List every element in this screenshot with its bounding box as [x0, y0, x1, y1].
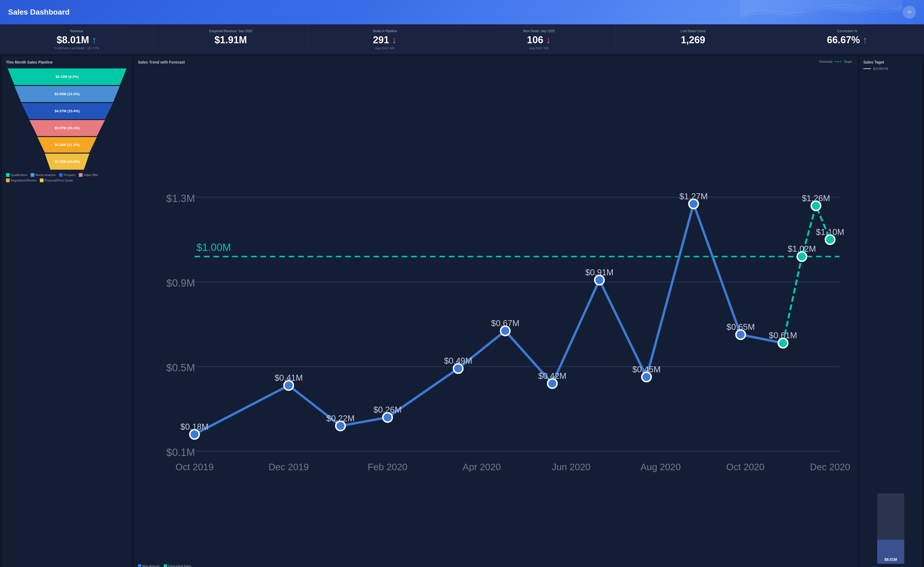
threshold-label: Threshold: [819, 60, 833, 63]
svg-text:$1.3M: $1.3M [166, 192, 195, 204]
svg-text:$0.67M: $0.67M [491, 318, 519, 328]
kpi-value-0: $8.01M ↑ [5, 34, 148, 45]
funnel-legend-label-4: Negotiation/Review [11, 179, 36, 182]
svg-text:Jun 2020: Jun 2020 [552, 462, 591, 472]
svg-text:$0.61M: $0.61M [769, 331, 797, 340]
forecasted-check: ✓ [164, 564, 167, 567]
forecasted-label: Forecasted Sales [168, 564, 191, 567]
funnel-legend-item-2: ✓Prospect [59, 173, 75, 177]
svg-text:$0.22M: $0.22M [327, 413, 355, 423]
kpi-card-2: Deals in Pipeline291 ↓Aug 2020: 445 [308, 25, 462, 54]
won-amount-label: Won Amount [142, 564, 160, 567]
svg-text:Dec 2019: Dec 2019 [268, 462, 309, 472]
kpi-label-3: Won Deals: Sep 2020 [468, 29, 610, 33]
kpi-sub-2: Aug 2020: 445 [314, 46, 456, 50]
target-current-value: $8.01M [885, 557, 897, 562]
kpi-label-5: Conversion % [776, 29, 919, 33]
funnel-legend-dot-5: ✓ [40, 178, 44, 182]
target-header: $23.8827M [863, 67, 918, 70]
svg-text:$0.49M: $0.49M [444, 356, 472, 366]
funnel-legend-item-0: ✓Qualification [6, 173, 27, 177]
kpi-card-1: Exepcted Revenue: Sep 2020$1.91M [154, 25, 307, 54]
funnel-legend-label-0: Qualification [11, 173, 27, 177]
logo-icon: ♾ [903, 6, 916, 19]
svg-text:$1.02M: $1.02M [788, 244, 816, 254]
dashboard-title: Sales Dashboard [8, 8, 69, 16]
chart-panel: Sales Trend with Forecast Threshold: Tar… [134, 56, 858, 567]
funnel-segment-3[interactable]: $5.97M (20.1%) [29, 120, 105, 136]
kpi-label-0: Revenue [5, 29, 148, 33]
kpi-value-5: 66.67% ↑ [776, 34, 919, 45]
funnel-legend-dot-2: ✓ [59, 173, 63, 177]
kpi-row: Revenue$8.01M ↑% Diff from Last Month : … [0, 24, 924, 54]
svg-text:$0.5M: $0.5M [166, 362, 195, 374]
svg-text:Dec 2020: Dec 2020 [810, 462, 850, 472]
svg-text:$1.10M: $1.10M [816, 227, 844, 237]
kpi-label-2: Deals in Pipeline [314, 29, 456, 33]
chart-title: Sales Trend with Forecast [138, 60, 854, 64]
svg-text:Oct 2019: Oct 2019 [175, 462, 214, 472]
forecasted-sales-legend: ✓ Forecasted Sales [164, 564, 191, 567]
won-amount-legend: ✓ Won Amount [138, 564, 160, 567]
kpi-sub-0: % Diff from Last Month : 107.27% [5, 46, 148, 50]
funnel-legend-label-1: Needs Analysis [35, 173, 56, 177]
kpi-value-4: 1,269 [622, 34, 764, 45]
svg-text:$0.42M: $0.42M [538, 371, 566, 381]
funnel-segment-0[interactable]: $2.43M (8.2%) [8, 68, 126, 85]
svg-text:$0.91M: $0.91M [585, 268, 613, 277]
kpi-sub-3: Aug 2020: 198 [468, 46, 610, 50]
funnel-legend-label-5: Proposal/Price Quote [45, 179, 73, 182]
kpi-value-3: 106 ↓ [468, 34, 610, 45]
funnel-legend-dot-0: ✓ [6, 173, 10, 177]
svg-text:$0.1M: $0.1M [166, 446, 195, 458]
target-bar-container: $8.01M [863, 71, 918, 567]
funnel-legend-dot-1: ✓ [30, 173, 35, 177]
won-amount-check: ✓ [138, 564, 141, 567]
target-panel: Sales Taget $23.8827M $8.01M [859, 56, 922, 567]
kpi-card-5: Conversion %66.67% ↑ [771, 25, 924, 54]
svg-text:$0.9M: $0.9M [166, 277, 195, 289]
svg-text:Oct 2020: Oct 2020 [726, 462, 764, 472]
funnel-segment-4[interactable]: $6.38M (21.5%) [38, 137, 97, 153]
funnel-legend-label-2: Prospect [64, 173, 75, 177]
funnel-legend-dot-3: ✓ [79, 173, 83, 177]
kpi-label-4: Lost Deals Count [622, 29, 764, 33]
target-line-indicator [863, 68, 871, 69]
funnel-legend-item-4: ✓Negotiation/Review [6, 178, 36, 182]
kpi-label-1: Exepcted Revenue: Sep 2020 [160, 29, 302, 33]
svg-text:$1.00M: $1.00M [197, 242, 231, 253]
threshold-legend: Threshold: Target [819, 60, 852, 63]
main-content: This Month Sales Pipeline $2.43M (8.2%)$… [0, 54, 924, 567]
funnel-legend-item-5: ✓Proposal/Price Quote [40, 178, 73, 182]
target-bar-outer: $8.01M [877, 494, 904, 564]
svg-text:$0.65M: $0.65M [727, 322, 755, 332]
kpi-value-1: $1.91M [160, 34, 302, 45]
funnel-title: This Month Sales Pipeline [6, 60, 128, 64]
funnel-segment-2[interactable]: $4.57M (15.4%) [21, 103, 113, 119]
funnel-legend-item-3: ✓Initial Offer [79, 173, 98, 177]
target-title: Sales Taget [863, 60, 918, 64]
header: Sales Dashboard ♾ [0, 0, 924, 24]
funnel-legend-item-1: ✓Needs Analysis [30, 173, 56, 177]
kpi-card-4: Lost Deals Count1,269 [616, 25, 770, 54]
chart-area: $0.1M $0.5M $0.9M $1.3M $1.00M Oct 2019 … [138, 67, 854, 562]
svg-text:Aug 2020: Aug 2020 [640, 462, 681, 472]
funnel-segment-5[interactable]: $7.31M (24.6%) [45, 154, 90, 170]
target-label: Target [844, 60, 852, 63]
target-line-value: $23.8827M [873, 67, 888, 70]
funnel-panel: This Month Sales Pipeline $2.43M (8.2%)$… [2, 56, 132, 567]
kpi-value-2: 291 ↓ [314, 34, 456, 45]
svg-text:Apr 2020: Apr 2020 [462, 462, 501, 472]
svg-text:$1.26M: $1.26M [802, 194, 830, 203]
svg-text:Feb 2020: Feb 2020 [367, 462, 407, 472]
svg-text:$1.27M: $1.27M [679, 191, 707, 201]
funnel-segment-1[interactable]: $3.05M (10.3%) [14, 86, 120, 102]
funnel-legend: ✓Qualification✓Needs Analysis✓Prospect✓I… [6, 173, 128, 182]
svg-text:$0.41M: $0.41M [274, 373, 302, 382]
svg-text:$0.26M: $0.26M [373, 405, 402, 414]
svg-text:$0.45M: $0.45M [632, 364, 661, 374]
target-bar-inner: $8.01M [877, 540, 904, 564]
kpi-card-3: Won Deals: Sep 2020106 ↓Aug 2020: 198 [462, 25, 616, 54]
kpi-card-0: Revenue$8.01M ↑% Diff from Last Month : … [0, 25, 153, 54]
svg-text:$0.18M: $0.18M [181, 422, 209, 432]
